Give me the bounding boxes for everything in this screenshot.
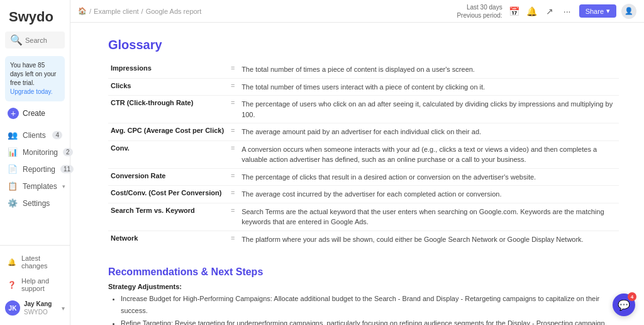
avatar: JK	[5, 300, 20, 316]
latest-changes-item[interactable]: 🔔 Latest changes	[0, 251, 70, 273]
table-row: Clicks = The total number of times users…	[108, 78, 619, 96]
def-cell: The total number of times users interact…	[239, 78, 619, 96]
recommendations-title: Recommendations & Next Steps	[108, 266, 619, 278]
def-cell: The platform where your ads will be show…	[239, 231, 619, 248]
glossary-title: Glossary	[108, 38, 619, 52]
sidebar-item-settings[interactable]: ⚙️ Settings	[0, 195, 70, 212]
upgrade-link[interactable]: Upgrade today.	[10, 88, 53, 95]
sidebar-item-clients-label: Clients	[23, 131, 46, 140]
dash-cell: =	[226, 186, 239, 203]
table-row: Avg. CPC (Average Cost per Click) = The …	[108, 123, 619, 141]
share-label: Share	[586, 8, 604, 15]
help-label: Help and support	[21, 277, 62, 292]
topbar: 🏠 / Example client / Google Ads report L…	[70, 0, 644, 23]
create-label: Create	[23, 109, 45, 118]
create-icon: +	[8, 108, 19, 119]
dash-cell: =	[226, 61, 239, 78]
breadcrumb-sep2: /	[142, 8, 143, 15]
dash-cell: =	[226, 123, 239, 141]
main-area: 🏠 / Example client / Google Ads report L…	[70, 0, 644, 325]
user-chevron-icon: ▾	[62, 305, 65, 312]
term-cell: Clicks	[108, 78, 226, 96]
period-current: Last 30 days	[457, 3, 502, 11]
latest-changes-label: Latest changes	[21, 254, 62, 270]
search-input[interactable]	[25, 37, 60, 44]
sidebar: Swydo 🔍 You have 85 days left on your fr…	[0, 0, 70, 325]
table-row: Search Term vs. Keyword = Search Terms a…	[108, 203, 619, 231]
table-row: Cost/Conv. (Cost Per Conversion) = The a…	[108, 186, 619, 203]
reporting-icon: 📄	[8, 164, 18, 174]
topbar-right: Last 30 days Previous period: 📅 🔔 ↗ ··· …	[457, 3, 636, 20]
latest-changes-icon: 🔔	[8, 258, 16, 266]
recommendations-section: Recommendations & Next Steps Strategy Ad…	[108, 266, 619, 325]
sidebar-item-clients[interactable]: 👥 Clients 4	[0, 127, 70, 144]
share-chevron-icon: ▾	[606, 7, 610, 15]
term-cell: Search Term vs. Keyword	[108, 203, 226, 231]
main-content: Glossary Impressions = The total number …	[70, 23, 644, 325]
search-box[interactable]: 🔍	[5, 31, 65, 48]
app-logo: Swydo	[0, 0, 70, 31]
term-cell: CTR (Click-through Rate)	[108, 96, 226, 123]
templates-icon: 📋	[8, 181, 18, 191]
table-row: Conv. = A conversion occurs when someone…	[108, 140, 619, 168]
settings-icon: ⚙️	[8, 198, 18, 208]
help-item[interactable]: ❓ Help and support	[0, 273, 70, 296]
breadcrumb-report: Google Ads report	[146, 8, 202, 15]
def-cell: The average amount paid by an advertiser…	[239, 123, 619, 141]
create-button[interactable]: + Create	[5, 106, 65, 120]
calendar-icon[interactable]: 📅	[508, 4, 521, 18]
dash-cell: =	[226, 231, 239, 248]
search-icon: 🔍	[10, 34, 23, 46]
term-cell: Conv.	[108, 140, 226, 168]
breadcrumb-sep1: /	[89, 8, 91, 15]
user-company: SWYDO	[24, 308, 52, 316]
monitoring-icon: 📊	[8, 147, 18, 157]
list-item: Refine Targeting: Revise targeting for u…	[121, 317, 619, 325]
user-name: Jay Kang	[24, 300, 52, 308]
term-cell: Cost/Conv. (Cost Per Conversion)	[108, 186, 226, 203]
term-cell: Avg. CPC (Average Cost per Click)	[108, 123, 226, 141]
breadcrumb: 🏠 / Example client / Google Ads report	[78, 7, 453, 15]
term-cell: Conversion Rate	[108, 168, 226, 186]
chat-bubble[interactable]: 💬 4	[613, 294, 635, 316]
def-cell: The total number of times a piece of con…	[239, 61, 619, 78]
trial-banner: You have 85 days left on your free trial…	[5, 56, 65, 101]
def-cell: A conversion occurs when someone interac…	[239, 140, 619, 168]
strategy-list: Increase Budget for High-Performing Camp…	[121, 293, 619, 325]
clients-icon: 👥	[8, 130, 18, 140]
def-cell: The average cost incurred by the adverti…	[239, 186, 619, 203]
more-icon[interactable]: ···	[560, 4, 574, 18]
topbar-icons: 📅 🔔 ↗ ···	[508, 4, 574, 18]
clients-badge: 4	[52, 131, 62, 139]
def-cell: Search Terms are the actual keyword that…	[239, 203, 619, 231]
share-button[interactable]: Share ▾	[579, 4, 616, 18]
period-previous: Previous period:	[457, 11, 502, 20]
trial-text: You have 85 days left on your free trial…	[10, 62, 56, 86]
sidebar-item-settings-label: Settings	[23, 199, 50, 208]
home-icon[interactable]: 🏠	[78, 7, 87, 15]
templates-chevron-icon: ▾	[62, 183, 65, 190]
breadcrumb-client[interactable]: Example client	[94, 8, 139, 15]
dash-cell: =	[226, 96, 239, 123]
sidebar-item-reporting-label: Reporting	[23, 165, 55, 174]
user-profile[interactable]: JK Jay Kang SWYDO ▾	[0, 296, 70, 320]
def-cell: The percentage of clicks that result in …	[239, 168, 619, 186]
table-row: Impressions = The total number of times …	[108, 61, 619, 78]
term-cell: Network	[108, 231, 226, 248]
table-row: CTR (Click-through Rate) = The percentag…	[108, 96, 619, 123]
profile-icon[interactable]: 👤	[621, 4, 636, 19]
term-cell: Impressions	[108, 61, 226, 78]
export-icon[interactable]: ↗	[543, 4, 557, 18]
sidebar-item-templates-label: Templates	[23, 182, 57, 191]
sidebar-item-reporting[interactable]: 📄 Reporting 11	[0, 161, 70, 178]
sidebar-item-monitoring-label: Monitoring	[23, 148, 58, 157]
sidebar-item-templates[interactable]: 📋 Templates ▾	[0, 178, 70, 195]
sidebar-item-monitoring[interactable]: 📊 Monitoring 2	[0, 144, 70, 161]
monitoring-badge: 2	[63, 148, 73, 156]
table-row: Network = The platform where your ads wi…	[108, 231, 619, 248]
chat-badge: 4	[628, 292, 636, 301]
dash-cell: =	[226, 168, 239, 186]
glossary-table: Impressions = The total number of times …	[108, 61, 619, 248]
bell-icon[interactable]: 🔔	[525, 4, 539, 18]
period-info: Last 30 days Previous period:	[457, 3, 502, 20]
